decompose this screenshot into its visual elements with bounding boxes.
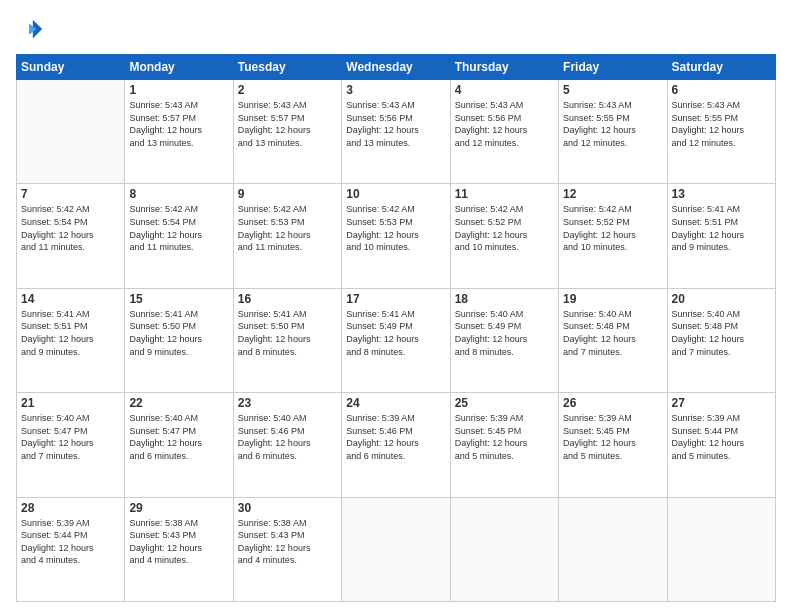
day-number: 27 — [672, 396, 771, 410]
day-info: Sunrise: 5:43 AM Sunset: 5:56 PM Dayligh… — [346, 99, 445, 149]
day-info: Sunrise: 5:40 AM Sunset: 5:49 PM Dayligh… — [455, 308, 554, 358]
day-number: 28 — [21, 501, 120, 515]
day-number: 20 — [672, 292, 771, 306]
day-number: 19 — [563, 292, 662, 306]
header-cell-wednesday: Wednesday — [342, 55, 450, 80]
day-cell: 6Sunrise: 5:43 AM Sunset: 5:55 PM Daylig… — [667, 80, 775, 184]
day-info: Sunrise: 5:42 AM Sunset: 5:53 PM Dayligh… — [238, 203, 337, 253]
day-number: 16 — [238, 292, 337, 306]
day-info: Sunrise: 5:39 AM Sunset: 5:44 PM Dayligh… — [21, 517, 120, 567]
day-cell: 29Sunrise: 5:38 AM Sunset: 5:43 PM Dayli… — [125, 497, 233, 601]
day-cell: 30Sunrise: 5:38 AM Sunset: 5:43 PM Dayli… — [233, 497, 341, 601]
day-cell: 18Sunrise: 5:40 AM Sunset: 5:49 PM Dayli… — [450, 288, 558, 392]
day-cell: 11Sunrise: 5:42 AM Sunset: 5:52 PM Dayli… — [450, 184, 558, 288]
day-number: 11 — [455, 187, 554, 201]
day-cell: 15Sunrise: 5:41 AM Sunset: 5:50 PM Dayli… — [125, 288, 233, 392]
day-info: Sunrise: 5:43 AM Sunset: 5:55 PM Dayligh… — [563, 99, 662, 149]
page: SundayMondayTuesdayWednesdayThursdayFrid… — [0, 0, 792, 612]
day-cell: 8Sunrise: 5:42 AM Sunset: 5:54 PM Daylig… — [125, 184, 233, 288]
header-cell-monday: Monday — [125, 55, 233, 80]
day-cell — [342, 497, 450, 601]
day-cell: 7Sunrise: 5:42 AM Sunset: 5:54 PM Daylig… — [17, 184, 125, 288]
day-number: 6 — [672, 83, 771, 97]
day-cell: 4Sunrise: 5:43 AM Sunset: 5:56 PM Daylig… — [450, 80, 558, 184]
header — [16, 16, 776, 44]
week-row-1: 1Sunrise: 5:43 AM Sunset: 5:57 PM Daylig… — [17, 80, 776, 184]
day-cell: 21Sunrise: 5:40 AM Sunset: 5:47 PM Dayli… — [17, 393, 125, 497]
header-cell-friday: Friday — [559, 55, 667, 80]
day-number: 18 — [455, 292, 554, 306]
day-number: 26 — [563, 396, 662, 410]
week-row-3: 14Sunrise: 5:41 AM Sunset: 5:51 PM Dayli… — [17, 288, 776, 392]
day-info: Sunrise: 5:40 AM Sunset: 5:47 PM Dayligh… — [21, 412, 120, 462]
day-cell: 24Sunrise: 5:39 AM Sunset: 5:46 PM Dayli… — [342, 393, 450, 497]
day-cell — [667, 497, 775, 601]
day-info: Sunrise: 5:39 AM Sunset: 5:45 PM Dayligh… — [455, 412, 554, 462]
day-info: Sunrise: 5:41 AM Sunset: 5:50 PM Dayligh… — [129, 308, 228, 358]
day-cell: 12Sunrise: 5:42 AM Sunset: 5:52 PM Dayli… — [559, 184, 667, 288]
day-number: 24 — [346, 396, 445, 410]
day-info: Sunrise: 5:43 AM Sunset: 5:57 PM Dayligh… — [238, 99, 337, 149]
day-number: 7 — [21, 187, 120, 201]
calendar-header: SundayMondayTuesdayWednesdayThursdayFrid… — [17, 55, 776, 80]
day-cell — [17, 80, 125, 184]
header-cell-thursday: Thursday — [450, 55, 558, 80]
header-cell-saturday: Saturday — [667, 55, 775, 80]
day-info: Sunrise: 5:42 AM Sunset: 5:52 PM Dayligh… — [455, 203, 554, 253]
day-number: 22 — [129, 396, 228, 410]
week-row-2: 7Sunrise: 5:42 AM Sunset: 5:54 PM Daylig… — [17, 184, 776, 288]
day-cell: 26Sunrise: 5:39 AM Sunset: 5:45 PM Dayli… — [559, 393, 667, 497]
day-number: 4 — [455, 83, 554, 97]
day-info: Sunrise: 5:41 AM Sunset: 5:50 PM Dayligh… — [238, 308, 337, 358]
day-info: Sunrise: 5:42 AM Sunset: 5:54 PM Dayligh… — [21, 203, 120, 253]
day-number: 10 — [346, 187, 445, 201]
day-info: Sunrise: 5:40 AM Sunset: 5:48 PM Dayligh… — [672, 308, 771, 358]
day-cell — [559, 497, 667, 601]
day-number: 30 — [238, 501, 337, 515]
day-cell: 23Sunrise: 5:40 AM Sunset: 5:46 PM Dayli… — [233, 393, 341, 497]
logo-icon — [16, 16, 44, 44]
day-cell: 20Sunrise: 5:40 AM Sunset: 5:48 PM Dayli… — [667, 288, 775, 392]
day-info: Sunrise: 5:39 AM Sunset: 5:46 PM Dayligh… — [346, 412, 445, 462]
day-info: Sunrise: 5:39 AM Sunset: 5:45 PM Dayligh… — [563, 412, 662, 462]
day-info: Sunrise: 5:43 AM Sunset: 5:55 PM Dayligh… — [672, 99, 771, 149]
day-cell: 9Sunrise: 5:42 AM Sunset: 5:53 PM Daylig… — [233, 184, 341, 288]
day-info: Sunrise: 5:40 AM Sunset: 5:48 PM Dayligh… — [563, 308, 662, 358]
day-cell: 22Sunrise: 5:40 AM Sunset: 5:47 PM Dayli… — [125, 393, 233, 497]
day-number: 14 — [21, 292, 120, 306]
day-info: Sunrise: 5:40 AM Sunset: 5:46 PM Dayligh… — [238, 412, 337, 462]
day-cell: 17Sunrise: 5:41 AM Sunset: 5:49 PM Dayli… — [342, 288, 450, 392]
day-number: 9 — [238, 187, 337, 201]
day-number: 29 — [129, 501, 228, 515]
header-cell-sunday: Sunday — [17, 55, 125, 80]
calendar-body: 1Sunrise: 5:43 AM Sunset: 5:57 PM Daylig… — [17, 80, 776, 602]
day-cell: 13Sunrise: 5:41 AM Sunset: 5:51 PM Dayli… — [667, 184, 775, 288]
day-cell: 27Sunrise: 5:39 AM Sunset: 5:44 PM Dayli… — [667, 393, 775, 497]
day-cell — [450, 497, 558, 601]
day-info: Sunrise: 5:42 AM Sunset: 5:52 PM Dayligh… — [563, 203, 662, 253]
day-cell: 10Sunrise: 5:42 AM Sunset: 5:53 PM Dayli… — [342, 184, 450, 288]
day-number: 17 — [346, 292, 445, 306]
logo — [16, 16, 48, 44]
day-cell: 3Sunrise: 5:43 AM Sunset: 5:56 PM Daylig… — [342, 80, 450, 184]
day-cell: 5Sunrise: 5:43 AM Sunset: 5:55 PM Daylig… — [559, 80, 667, 184]
day-info: Sunrise: 5:41 AM Sunset: 5:51 PM Dayligh… — [21, 308, 120, 358]
day-cell: 19Sunrise: 5:40 AM Sunset: 5:48 PM Dayli… — [559, 288, 667, 392]
day-number: 12 — [563, 187, 662, 201]
day-cell: 28Sunrise: 5:39 AM Sunset: 5:44 PM Dayli… — [17, 497, 125, 601]
day-info: Sunrise: 5:38 AM Sunset: 5:43 PM Dayligh… — [238, 517, 337, 567]
day-info: Sunrise: 5:40 AM Sunset: 5:47 PM Dayligh… — [129, 412, 228, 462]
day-number: 13 — [672, 187, 771, 201]
day-number: 3 — [346, 83, 445, 97]
day-cell: 1Sunrise: 5:43 AM Sunset: 5:57 PM Daylig… — [125, 80, 233, 184]
day-number: 8 — [129, 187, 228, 201]
day-cell: 16Sunrise: 5:41 AM Sunset: 5:50 PM Dayli… — [233, 288, 341, 392]
day-info: Sunrise: 5:43 AM Sunset: 5:57 PM Dayligh… — [129, 99, 228, 149]
day-info: Sunrise: 5:41 AM Sunset: 5:51 PM Dayligh… — [672, 203, 771, 253]
calendar-table: SundayMondayTuesdayWednesdayThursdayFrid… — [16, 54, 776, 602]
day-info: Sunrise: 5:42 AM Sunset: 5:53 PM Dayligh… — [346, 203, 445, 253]
header-row: SundayMondayTuesdayWednesdayThursdayFrid… — [17, 55, 776, 80]
day-number: 15 — [129, 292, 228, 306]
day-info: Sunrise: 5:42 AM Sunset: 5:54 PM Dayligh… — [129, 203, 228, 253]
week-row-4: 21Sunrise: 5:40 AM Sunset: 5:47 PM Dayli… — [17, 393, 776, 497]
